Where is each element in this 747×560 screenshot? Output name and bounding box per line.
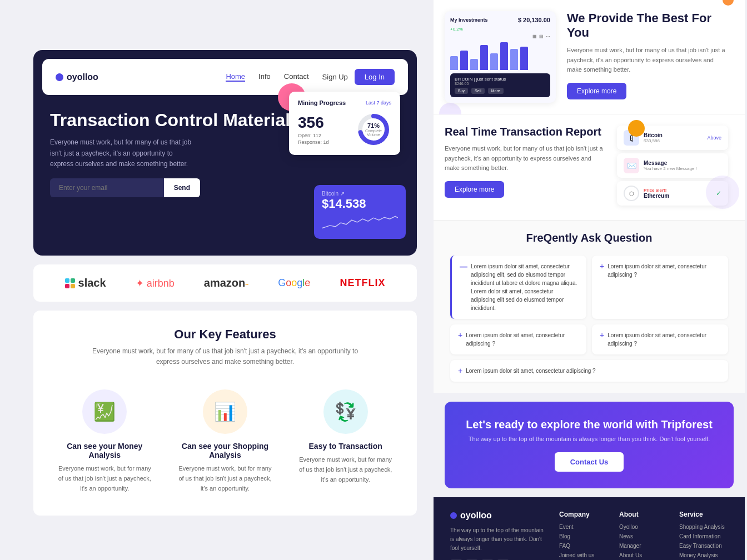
footer-company: Company Event Blog FAQ Joined with us Oy… [559,511,608,560]
features-section: Our Key Features Everyone must work, but… [33,311,417,516]
footer-link-joined[interactable]: Joined with us [559,552,608,558]
feature-transaction: 💱 Easy to Transaction Everyone must work… [291,384,400,499]
cta-subtitle: The way up to the top of the mountain is… [461,436,717,442]
faq-grid: — Lorem ipsum dolor sit amet, consectetu… [450,256,728,382]
invest-change: +0.2% [450,27,550,32]
faq-item-3[interactable]: + Lorem ipsum dolor sit amet, consectetu… [450,324,586,354]
faq-item-4[interactable]: + Lorem ipsum dolor sit amet, consectetu… [592,324,728,354]
feature-money-name: Can see your Money Analysis [56,442,154,459]
bitcoin-label: Bitcoin ↗ [322,191,398,197]
faq-item-5[interactable]: + Lorem ipsum dolor sit amet, consectetu… [450,360,728,382]
footer-logo-dot [450,512,457,519]
footer-company-links: Event Blog FAQ Joined with us Oyolloo [559,524,608,560]
bitcoin-report-name: Bitcoin [644,132,663,138]
deco-yellow [628,120,645,137]
invest-amount: $ 20,130.00 [518,17,550,23]
feature-shopping-text: Everyone must work, but for many of us t… [176,464,275,493]
footer-company-title: Company [559,511,608,518]
explore-more-button[interactable]: Explore more [567,83,626,99]
footer-service-links: Shopping Analysis Card Information Easy … [679,524,728,560]
footer-about-news[interactable]: News [619,533,668,539]
footer-logo: oyolloo [450,511,548,521]
nav-info[interactable]: Info [258,72,271,82]
faq-question-1: — Lorem ipsum dolor sit amet, consectetu… [460,262,579,312]
invest-chart [450,42,550,70]
footer-service-easy[interactable]: Easy Transaction [679,543,728,549]
mining-open: Open: 112 [298,133,356,138]
mining-stats: 356 Open: 112 Response: 1d [298,114,356,145]
faq-question-4: + Lorem ipsum dolor sit amet, consectetu… [600,331,720,348]
mining-response: Response: 1d [298,139,356,145]
footer-brand: oyolloo The way up to the top of the mou… [450,511,548,560]
mining-percent: 71% Complete Volume [365,122,382,137]
bitcoin-report-info: Bitcoin $33,586 [644,132,663,143]
faq-item-expanded[interactable]: — Lorem ipsum dolor sit amet, consectetu… [450,256,586,319]
mining-title: Mining Progress [298,99,346,106]
message-report-info: Message You have 2 new Message ! [644,160,697,171]
footer-description: The way up to the top of the mountain is… [450,526,548,553]
footer-link-blog[interactable]: Blog [559,533,608,539]
footer-about-us[interactable]: About Us [619,552,668,558]
login-button[interactable]: Log In [355,69,395,85]
footer-link-event[interactable]: Event [559,524,608,530]
amazon-logo: amazon~ [204,277,248,289]
footer-link-faq[interactable]: FAQ [559,543,608,549]
mining-card: Mining Progress Last 7 days 356 Open: 11… [289,92,400,155]
faq-item-2[interactable]: + Lorem ipsum dolor sit amet, consectetu… [592,256,728,319]
faq-dot: — [460,263,467,312]
faq-plus-5: + [458,367,462,375]
footer-service-card[interactable]: Card Information [679,533,728,539]
investment-mockup: My Investments $ 20,130.00 +0.2% ▦ ▤ ⋯ B [445,11,556,103]
report-text: Real Time Transaction Report Everyone mu… [445,126,606,209]
message-report-card: ✉️ Message You have 2 new Message ! [617,153,728,178]
footer-service-title: Service [679,511,728,518]
footer-about-links: Oyolloo News Manager About Us Terms [619,524,668,560]
report-title: Real Time Transaction Report [445,126,606,138]
mining-header: Mining Progress Last 7 days [298,99,391,106]
buy-button[interactable]: Buy [455,88,468,94]
contact-us-button[interactable]: Contact Us [555,452,624,472]
right-panel: My Investments $ 20,130.00 +0.2% ▦ ▤ ⋯ B [434,0,745,560]
footer-grid: oyolloo The way up to the top of the mou… [450,511,728,560]
slack-icon [65,278,75,288]
logo[interactable]: oyolloo [56,72,98,82]
deco-orange [723,0,734,6]
google-logo: Google [278,277,310,289]
invest-footer: BITCOIN | just sent status $246.05 Buy S… [450,73,550,97]
faq-plus-2: + [600,262,604,279]
provide-title: We Provide The Best For You [567,11,728,40]
netflix-logo: NETFLIX [340,277,385,289]
footer-service-shopping[interactable]: Shopping Analysis [679,524,728,530]
email-input[interactable] [50,178,164,197]
footer: oyolloo The way up to the top of the mou… [434,497,745,560]
nav-contact[interactable]: Contact [284,72,309,82]
footer-service-money[interactable]: Money Analysis [679,552,728,558]
mining-number: 356 [298,114,356,132]
hero-section: oyolloo Home Info Contact Sign Up Log In… [33,50,417,256]
footer-service: Service Shopping Analysis Card Informati… [679,511,728,560]
report-desc: Everyone must work, but for many of us t… [445,144,606,173]
price-alert-info: Price alert! Ethereum [644,188,669,199]
invest-controls: ▦ ▤ ⋯ [450,34,550,39]
send-button[interactable]: Send [164,178,200,197]
report-explore-button[interactable]: Explore more [445,181,504,198]
feature-transaction-text: Everyone must work, but for many of us t… [296,455,395,484]
message-report-name: Message [644,160,697,166]
nav-home[interactable]: Home [226,72,245,82]
ethereum-icon: ⬡ [624,186,639,201]
hero-form: Send [50,178,200,197]
sell-button[interactable]: Sell [471,88,485,94]
mining-period: Last 7 days [366,100,391,106]
provide-text: We Provide The Best For You Everyone mus… [567,11,728,99]
feature-money-text: Everyone must work, but for many of us t… [56,464,154,493]
faq-plus-3: + [458,331,462,348]
message-report-icon: ✉️ [624,158,639,173]
footer-about-manager[interactable]: Manager [619,543,668,549]
footer-about-oyolloo[interactable]: Oyolloo [619,524,668,530]
invest-footer-buttons: Buy Sell More [455,88,546,94]
more-button[interactable]: More [488,88,504,94]
cta-title: Let's ready to explore the world with Tr… [461,418,717,431]
invest-title: My Investments [450,17,488,23]
slack-logo: slack [65,277,106,289]
faq-question-3: + Lorem ipsum dolor sit amet, consectetu… [458,331,579,348]
